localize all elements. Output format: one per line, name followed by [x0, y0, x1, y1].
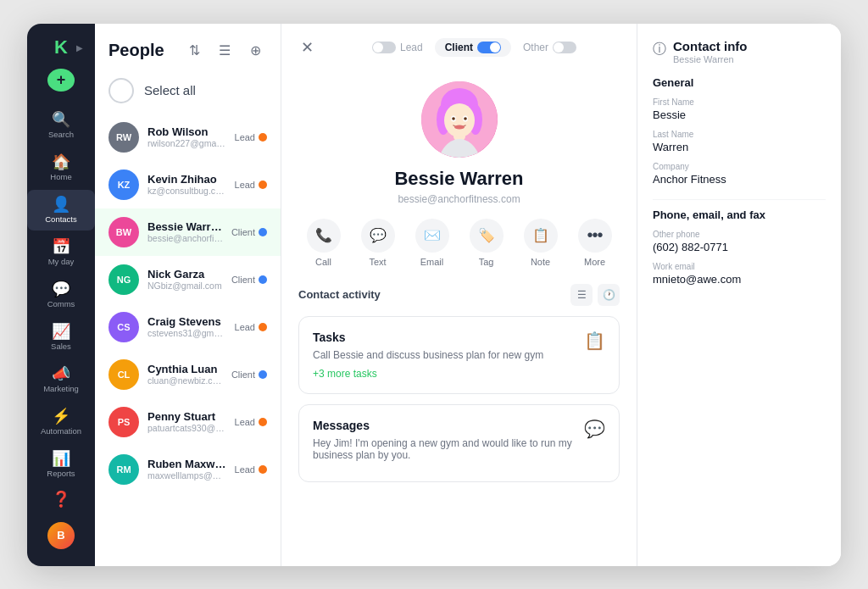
sidebar-item-reports[interactable]: 📊 Reports: [27, 444, 95, 485]
note-icon: 📋: [524, 219, 558, 253]
sidebar-item-search[interactable]: 🔍 Search: [27, 105, 95, 146]
contact-name-3: Bessie Warren: [147, 220, 223, 233]
tab-other[interactable]: Other: [513, 38, 587, 57]
sales-label: Sales: [51, 342, 71, 351]
profile-header: ✕ Lead Client Other: [281, 24, 637, 68]
tab-lead[interactable]: Lead: [362, 38, 433, 57]
profile-body: Bessie Warren bessie@anchorfitness.com 📞…: [281, 68, 637, 566]
search-icon: 🔍: [52, 112, 70, 127]
close-button[interactable]: ✕: [295, 36, 319, 59]
contact-badge-3: Client: [231, 227, 267, 237]
phone-section-title: Phone, email, and fax: [653, 208, 826, 221]
sidebar-item-sales[interactable]: 📈 Sales: [27, 317, 95, 358]
messages-card: Messages Hey Jim! I'm opening a new gym …: [298, 404, 620, 482]
select-all-checkbox[interactable]: [108, 78, 134, 103]
user-avatar[interactable]: B: [47, 522, 75, 549]
calendar-view-button[interactable]: 🕐: [598, 284, 620, 306]
badge-dot-1: [259, 133, 267, 142]
help-icon: ❓: [52, 492, 70, 507]
contact-item-7[interactable]: PS Penny Stuart patuartcats930@gmail.com…: [95, 398, 281, 446]
activity-title: Contact activity: [298, 288, 570, 301]
contact-info-1: Rob Wilson rwilson227@gmail.com: [147, 125, 226, 148]
contact-item-8[interactable]: RM Ruben Maxwell maxwelllamps@gmail.com …: [95, 446, 281, 493]
contact-info-panel: ⓘ Contact info Bessie Warren General Fir…: [637, 24, 841, 566]
text-button[interactable]: 💬 Text: [361, 219, 395, 267]
contact-item-1[interactable]: RW Rob Wilson rwilson227@gmail.com Lead: [95, 114, 281, 161]
text-icon: 💬: [361, 219, 395, 253]
profile-panel: ✕ Lead Client Other: [281, 24, 637, 566]
general-section: General First Name Bessie Last Name Warr…: [653, 76, 826, 186]
list-view-button[interactable]: ☰: [570, 284, 593, 306]
work-email-label: Work email: [653, 262, 826, 271]
contact-avatar-5: CS: [108, 312, 139, 342]
sidebar-item-automation[interactable]: ⚡ Automation: [27, 402, 95, 442]
tag-label: Tag: [479, 257, 494, 267]
contact-name-7: Penny Stuart: [147, 410, 226, 423]
note-button[interactable]: 📋 Note: [524, 219, 558, 267]
svg-point-9: [452, 117, 455, 120]
sidebar-nav: 🔍 Search 🏠 Home 👤 Contacts 📅 My day 💬 Co…: [27, 105, 95, 485]
tasks-desc: Call Bessie and discuss business plan fo…: [313, 349, 543, 361]
badge-text-8: Lead: [235, 464, 255, 475]
tab-client[interactable]: Client: [435, 38, 511, 57]
sidebar-item-marketing[interactable]: 📣 Marketing: [27, 359, 95, 400]
contact-avatar-7: PS: [108, 407, 139, 437]
contact-badge-6: Client: [231, 370, 267, 380]
action-buttons: 📞 Call 💬 Text ✉️ Email 🏷️ Tag 📋 No: [298, 219, 620, 267]
other-phone-label: Other phone: [653, 230, 826, 239]
contact-info-7: Penny Stuart patuartcats930@gmail.com: [147, 410, 226, 433]
contact-item-4[interactable]: NG Nick Garza NGbiz@gmail.com Client: [95, 256, 281, 303]
search-label: Search: [48, 130, 74, 139]
more-label: More: [584, 257, 605, 267]
marketing-label: Marketing: [43, 384, 79, 393]
add-contact-button[interactable]: ⊕: [243, 39, 267, 63]
filter-button[interactable]: ☰: [213, 39, 236, 63]
add-button[interactable]: +: [47, 69, 75, 92]
svg-point-11: [454, 125, 465, 129]
sort-button[interactable]: ⇅: [182, 39, 206, 63]
messages-card-content: Messages Hey Jim! I'm opening a new gym …: [313, 419, 584, 468]
tag-icon: 🏷️: [470, 219, 504, 253]
contacts-icon: 👤: [52, 197, 70, 212]
profile-name: Bessie Warren: [298, 168, 620, 190]
contact-name-2: Kevin Zhihao: [147, 173, 226, 186]
info-icon: ⓘ: [653, 41, 666, 58]
more-button[interactable]: ••• More: [578, 219, 612, 267]
badge-text-5: Lead: [235, 322, 255, 332]
email-button[interactable]: ✉️ Email: [415, 219, 449, 267]
badge-text-6: Client: [231, 370, 255, 380]
tasks-more-link[interactable]: +3 more tasks: [313, 368, 543, 380]
call-button[interactable]: 📞 Call: [307, 219, 341, 267]
sidebar-item-comms[interactable]: 💬 Comms: [27, 275, 95, 315]
badge-dot-3: [259, 228, 267, 236]
activity-controls: ☰ 🕐: [570, 284, 620, 306]
lead-toggle[interactable]: [372, 42, 396, 53]
text-label: Text: [369, 257, 386, 267]
contact-item-6[interactable]: CL Cynthia Luan cluan@newbiz.com Client: [95, 351, 281, 398]
sidebar-item-contacts[interactable]: 👤 Contacts: [27, 190, 95, 231]
badge-text-4: Client: [231, 275, 255, 285]
contact-avatar-4: NG: [108, 264, 139, 295]
contact-item-2[interactable]: KZ Kevin Zhihao kz@consultbug.com Lead: [95, 161, 281, 208]
lead-label: Lead: [400, 42, 423, 53]
status-tabs: Lead Client Other: [326, 38, 623, 57]
tasks-card-content: Tasks Call Bessie and discuss business p…: [313, 331, 543, 380]
contact-name-1: Rob Wilson: [147, 125, 226, 138]
tag-button[interactable]: 🏷️ Tag: [470, 219, 504, 267]
badge-dot-6: [259, 370, 267, 379]
contact-item-5[interactable]: CS Craig Stevens cstevens31@gmail.com Le…: [95, 303, 281, 351]
reports-label: Reports: [47, 469, 75, 478]
app-logo: K ▶: [44, 34, 78, 62]
other-label: Other: [523, 42, 548, 53]
sidebar-item-help[interactable]: ❓: [47, 485, 75, 514]
sidebar-item-myday[interactable]: 📅 My day: [27, 232, 95, 273]
other-toggle[interactable]: [553, 42, 576, 53]
contacts-title: People: [108, 41, 175, 60]
select-all-label: Select all: [144, 83, 196, 97]
contact-item-3[interactable]: BW Bessie Warren bessie@anchorfitness.co…: [95, 208, 281, 256]
logo-letter: K: [54, 36, 68, 58]
sidebar-item-home[interactable]: 🏠 Home: [27, 147, 95, 188]
contact-email-5: cstevens31@gmail.com: [147, 328, 226, 338]
automation-label: Automation: [41, 426, 81, 436]
client-toggle[interactable]: [477, 42, 501, 53]
